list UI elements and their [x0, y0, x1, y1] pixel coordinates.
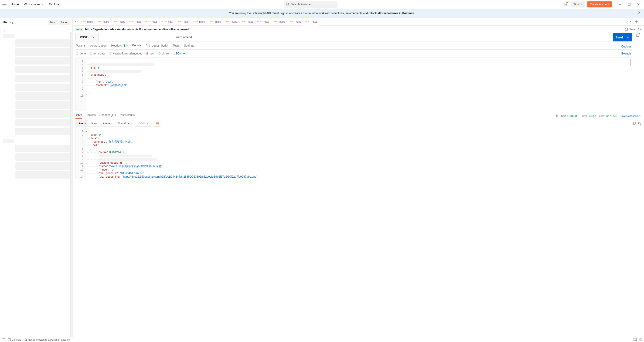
import-button[interactable]: Import — [59, 19, 70, 25]
signin-button[interactable]: Sign In — [571, 1, 585, 7]
search-input[interactable]: Search Postman — [284, 1, 338, 8]
new-button[interactable]: New — [48, 19, 58, 25]
request-tab[interactable]: POSThttps — [223, 18, 239, 26]
history-item[interactable] — [15, 66, 70, 73]
tab-prerequest[interactable]: Pre-request Script — [146, 44, 168, 49]
history-item[interactable] — [15, 57, 70, 64]
new-tab-button[interactable] — [635, 20, 638, 23]
menu-hamburger[interactable] — [2, 3, 6, 6]
bodytype-binary[interactable]: binary — [158, 52, 170, 55]
bodytype-none[interactable]: none — [76, 52, 86, 55]
two-pane-icon[interactable] — [634, 338, 637, 341]
request-body-editor[interactable]: 1234567891011 {········"limit": 6,······… — [76, 57, 632, 111]
tab-params[interactable]: Params — [76, 44, 86, 49]
history-item[interactable] — [15, 119, 70, 126]
history-item[interactable] — [15, 48, 70, 56]
tab-body[interactable]: Body — [132, 44, 141, 49]
editor-scrollbar[interactable] — [630, 59, 631, 110]
respview-preview[interactable]: Preview — [100, 120, 115, 126]
settings-button[interactable] — [562, 1, 568, 7]
request-tab[interactable]: POSThttps — [111, 18, 127, 26]
request-tab[interactable]: POSThttps — [127, 18, 143, 26]
network-icon[interactable] — [554, 114, 558, 118]
respview-visualize[interactable]: Visualize — [115, 120, 132, 126]
tabs-scroll-right[interactable] — [627, 20, 633, 23]
send-button[interactable]: Send — [613, 33, 632, 41]
request-tab[interactable]: POSThttps — [191, 18, 207, 26]
history-item[interactable] — [15, 153, 70, 161]
sidebar-toggle-icon[interactable] — [2, 338, 5, 341]
chevron-down-icon — [146, 122, 149, 125]
save-response-button[interactable]: Save Response — [620, 115, 641, 117]
history-item[interactable] — [15, 145, 70, 152]
copy-response-button[interactable] — [632, 122, 636, 125]
resp-tab-cookies[interactable]: Cookies — [86, 113, 96, 118]
bodytype-xwww[interactable]: x-www-form-urlencoded — [109, 52, 142, 55]
nav-workspaces[interactable]: Workspaces — [24, 2, 44, 6]
banner-close-button[interactable] — [638, 11, 641, 14]
bodytype-raw[interactable]: raw — [146, 52, 154, 55]
save-button[interactable]: Save — [625, 28, 635, 31]
history-item[interactable] — [15, 84, 70, 91]
request-tab[interactable]: POSThttps — [271, 18, 287, 26]
request-tab[interactable]: POSThttp: — [160, 18, 175, 26]
bodytype-formdata[interactable]: form-data — [90, 52, 105, 55]
history-item[interactable] — [15, 128, 70, 135]
resp-tab-body[interactable]: Body — [76, 113, 82, 119]
request-tab[interactable]: POSThttps — [95, 18, 111, 26]
history-item[interactable] — [15, 75, 70, 82]
resp-tab-testresults[interactable]: Test Results — [120, 113, 134, 118]
sidebar-scrollbar[interactable] — [70, 32, 72, 337]
create-account-button[interactable]: Create Account — [587, 1, 612, 7]
history-item[interactable] — [15, 39, 70, 47]
respview-raw[interactable]: Raw — [88, 120, 100, 126]
request-tab[interactable]: POSThttps — [303, 18, 319, 26]
documentation-button[interactable] — [636, 33, 640, 37]
window-minimize[interactable] — [616, 1, 623, 8]
tab-tests[interactable]: Tests — [173, 44, 179, 49]
tab-more-button[interactable] — [639, 20, 642, 23]
help-icon[interactable] — [639, 338, 642, 341]
cookies-link[interactable]: Cookies — [622, 45, 632, 48]
nav-explore[interactable]: Explore — [49, 2, 59, 6]
beautify-button[interactable]: Beautify — [622, 52, 632, 55]
banner-text: You are using the Lightweight API Client… — [229, 12, 368, 15]
filter-icon[interactable] — [3, 27, 6, 31]
request-tab[interactable]: POSThttps — [287, 18, 303, 26]
resp-format-dropdown[interactable]: JSON — [134, 120, 152, 127]
respview-pretty[interactable]: Pretty — [76, 120, 88, 126]
request-tab[interactable]: POSThttp: — [255, 18, 271, 26]
request-tab[interactable]: POSThttp: — [175, 18, 191, 26]
url-input[interactable]: /recommend — [98, 33, 611, 41]
history-item[interactable] — [15, 101, 70, 109]
resp-format-label: JSON — [137, 122, 145, 125]
history-item[interactable] — [15, 171, 70, 179]
window-close[interactable] — [635, 1, 642, 8]
more-icon[interactable] — [67, 27, 70, 31]
request-tab[interactable]: POSThttps — [239, 18, 255, 26]
tab-authorization[interactable]: Authorization — [90, 44, 106, 49]
window-maximize[interactable] — [626, 1, 632, 8]
history-item[interactable] — [15, 92, 70, 100]
nav-home[interactable]: Home — [11, 2, 19, 6]
history-item[interactable] — [3, 139, 14, 143]
search-response-button[interactable] — [638, 122, 641, 125]
request-tab[interactable]: POSThttps — [207, 18, 223, 26]
console-label[interactable]: Console — [12, 338, 21, 341]
history-item[interactable] — [3, 34, 14, 38]
tab-headers[interactable]: Headers (13) — [111, 44, 128, 49]
history-item[interactable] — [15, 110, 70, 118]
body-format-dropdown[interactable]: JSON — [174, 52, 185, 55]
request-tab[interactable]: POSThttps — [79, 18, 95, 26]
wrap-lines-button[interactable] — [154, 120, 161, 127]
request-tab[interactable]: POSThttps — [144, 18, 160, 26]
resp-tab-headers[interactable]: Headers (11) — [100, 113, 116, 118]
history-item[interactable] — [15, 162, 70, 170]
tabs-scroll-left[interactable] — [73, 20, 79, 23]
body-format-label: JSON — [174, 52, 182, 55]
method-dropdown[interactable]: POST — [76, 33, 98, 41]
chevron-down-icon — [183, 52, 185, 55]
tab-settings[interactable]: Settings — [184, 44, 194, 49]
response-body-editor[interactable]: 1234567891011121314 {····"code": 0,····"… — [76, 128, 641, 179]
code-snippet-button[interactable] — [638, 27, 641, 31]
